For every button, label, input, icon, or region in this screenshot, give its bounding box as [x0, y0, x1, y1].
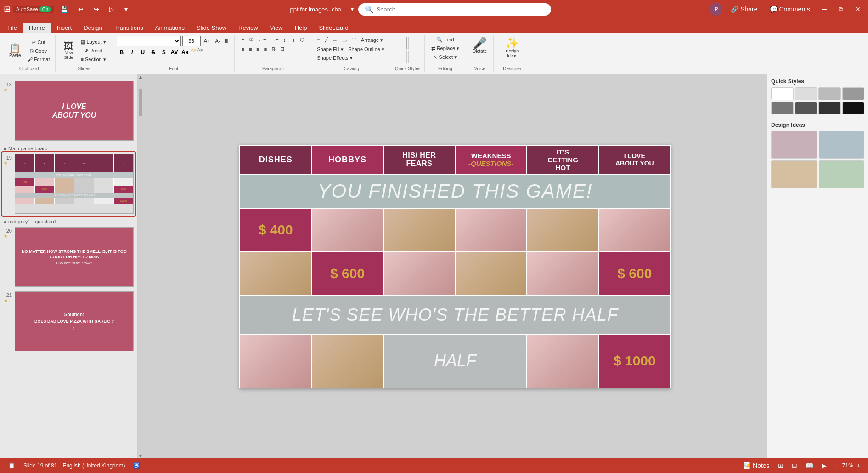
dictate-button[interactable]: 🎤 Dictate	[470, 36, 490, 56]
shape-outline[interactable]: Shape Outline ▾	[346, 46, 386, 53]
zoom-in-button[interactable]: +	[855, 462, 862, 469]
cell-photo-6[interactable]	[240, 252, 311, 296]
cut-button[interactable]: ✂ Cut	[26, 39, 52, 46]
tab-slidelizard[interactable]: SlideLizard	[313, 23, 354, 33]
underline-button[interactable]: U	[138, 47, 148, 57]
font-size-input[interactable]	[182, 36, 201, 46]
accessibility-button[interactable]: ♿	[130, 462, 143, 470]
layout-button[interactable]: ▦ Layout ▾	[79, 38, 107, 46]
qs-item-2[interactable]	[795, 87, 817, 100]
tab-view[interactable]: View	[265, 23, 288, 33]
scroll-down-button[interactable]: ▼	[138, 453, 143, 458]
minimize-button[interactable]: ─	[818, 4, 830, 15]
paste-button[interactable]: 📋 Paste	[6, 42, 24, 60]
shape-textbox[interactable]: □	[315, 36, 322, 45]
header-hot[interactable]: IT'SGETTINGHOT	[527, 145, 598, 174]
change-case-button[interactable]: Aa	[180, 47, 190, 57]
cell-photo-11[interactable]	[311, 334, 383, 388]
qs-item-6[interactable]	[795, 102, 817, 114]
cell-photo-8[interactable]	[455, 252, 527, 296]
qs-item-4[interactable]	[842, 87, 865, 100]
tab-animations[interactable]: Animations	[150, 23, 190, 33]
char-spacing-button[interactable]: AV	[169, 47, 180, 57]
qs-item-1[interactable]	[771, 87, 794, 100]
dropdown-icon[interactable]: ▾	[351, 6, 354, 12]
tab-design[interactable]: Design	[78, 23, 107, 33]
shape-arrow[interactable]: →	[331, 36, 339, 45]
quick-style-2[interactable]	[408, 37, 409, 50]
quick-style-1[interactable]	[406, 37, 407, 50]
numbering-button[interactable]: ①	[247, 36, 255, 44]
slide-thumb-19[interactable]: D H F W IT I YOU FINISHED THIS GAME! $40…	[15, 154, 134, 214]
cell-photo-4[interactable]	[527, 208, 598, 252]
justify[interactable]: ≡	[262, 45, 269, 53]
autosave-button[interactable]: AutoSave On	[13, 6, 54, 13]
copy-button[interactable]: ⎘ Copy	[26, 47, 52, 55]
clear-formatting[interactable]: Ⅲ	[223, 37, 231, 45]
save-button[interactable]: 💾	[56, 4, 72, 15]
restore-button[interactable]: ⧉	[835, 4, 847, 15]
slide-item-19[interactable]: 19 ★ D H F W IT I YOU FINISHED THIS GAME…	[2, 152, 135, 216]
cell-photo-12[interactable]	[527, 334, 598, 388]
redo-button[interactable]: ↪	[90, 4, 103, 15]
autosave-toggle[interactable]: On	[39, 6, 51, 12]
tab-transitions[interactable]: Transitions	[109, 23, 149, 33]
share-button[interactable]: 🔗 Share	[727, 4, 761, 15]
notes-button[interactable]: 📝 Notes	[741, 461, 771, 470]
cell-photo-3[interactable]	[455, 208, 527, 252]
font-color-indicator[interactable]: A▾	[191, 47, 197, 57]
select-button[interactable]: ↖ Select ▾	[429, 53, 461, 61]
present-button[interactable]: ▷	[106, 4, 118, 15]
di-item-2[interactable]	[819, 131, 865, 159]
slide-thumb-20[interactable]: NO MATTER HOW STRONG THE SMELL IS, IT IS…	[15, 227, 134, 287]
slide-thumb-21[interactable]: Solution: DOES DAD LOVE PIZZA WITH GARLI…	[15, 291, 134, 351]
highlight-color[interactable]: A▾	[197, 47, 203, 57]
slide-sorter-button[interactable]: ⊟	[790, 461, 799, 470]
section-header-cat1[interactable]: ▴ category1 - question1	[2, 217, 135, 225]
align-left[interactable]: ≡	[239, 45, 246, 53]
tab-file[interactable]: File	[2, 23, 23, 33]
smart-art[interactable]: ⬡	[298, 36, 306, 44]
close-button[interactable]: ✕	[851, 4, 864, 15]
header-hobbys[interactable]: HOBBYS	[311, 145, 383, 174]
line-spacing[interactable]: ↕	[282, 36, 288, 44]
search-input[interactable]	[377, 6, 545, 13]
slide-item-18[interactable]: 18 ★ I LOVEABOUT YOU	[2, 79, 135, 142]
tab-help[interactable]: Help	[289, 23, 313, 33]
increase-indent[interactable]: →≡	[269, 36, 280, 44]
slide-thumb-18[interactable]: I LOVEABOUT YOU	[15, 81, 134, 141]
font-family-select[interactable]	[117, 36, 181, 46]
search-bar[interactable]: 🔍	[358, 3, 551, 16]
decrease-indent[interactable]: ←≡	[256, 36, 268, 44]
header-hisher[interactable]: HIS/ HERFEARS	[383, 145, 455, 174]
design-ideas-button[interactable]: ✨ Design Ideas	[498, 36, 526, 60]
cell-600b[interactable]: $ 600	[599, 252, 671, 296]
cell-photo-2[interactable]	[383, 208, 455, 252]
columns-button[interactable]: ⫼	[288, 36, 297, 44]
qs-item-5[interactable]	[771, 102, 794, 114]
section-header-main[interactable]: ▴ Main game board	[2, 143, 135, 152]
find-button[interactable]: 🔍 Find	[429, 36, 461, 44]
quick-style-3[interactable]	[406, 51, 407, 63]
bullets-button[interactable]: ≡	[239, 36, 246, 44]
cell-400[interactable]: $ 400	[240, 208, 311, 252]
qs-item-3[interactable]	[818, 87, 841, 100]
comments-button[interactable]: 💬 Comments	[766, 4, 814, 15]
zoom-out-button[interactable]: −	[833, 462, 840, 469]
tab-slideshow[interactable]: Slide Show	[191, 23, 232, 33]
tab-home[interactable]: Home	[23, 23, 51, 33]
qs-item-8[interactable]	[842, 102, 865, 114]
shape-line[interactable]: ╱	[323, 36, 330, 45]
cell-600a[interactable]: $ 600	[311, 252, 383, 296]
header-dishes[interactable]: DISHES	[240, 145, 311, 174]
slide-panel-scrollbar[interactable]: ▲ ▼	[138, 74, 143, 458]
reset-button[interactable]: ↺ Reset	[79, 47, 107, 55]
format-painter-button[interactable]: 🖌 Format	[26, 56, 52, 63]
tab-review[interactable]: Review	[233, 23, 264, 33]
customize-button[interactable]: ▾	[121, 4, 131, 15]
di-item-3[interactable]	[771, 160, 817, 188]
tab-insert[interactable]: Insert	[51, 23, 78, 33]
di-item-4[interactable]	[819, 160, 865, 188]
cell-photo-10[interactable]	[240, 334, 311, 388]
quick-style-4[interactable]	[408, 51, 409, 63]
